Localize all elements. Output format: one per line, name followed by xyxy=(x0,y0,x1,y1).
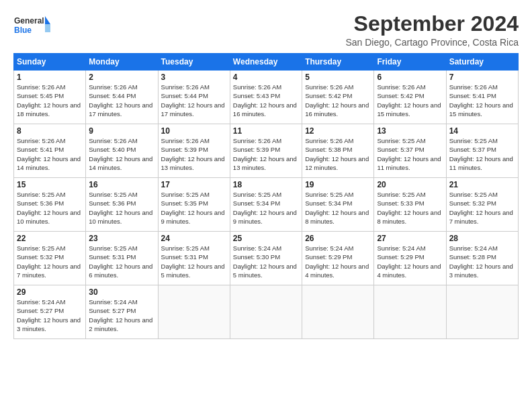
sunrise-label: Sunrise: 5:25 AM xyxy=(17,244,65,252)
calendar-cell: 29 Sunrise: 5:24 AM Sunset: 5:27 PM Dayl… xyxy=(14,285,86,339)
title-block: September 2024 San Diego, Cartago Provin… xyxy=(345,12,519,48)
day-info: Sunrise: 5:25 AM Sunset: 5:35 PM Dayligh… xyxy=(161,190,227,226)
header-thursday: Thursday xyxy=(302,54,374,71)
day-info: Sunrise: 5:25 AM Sunset: 5:33 PM Dayligh… xyxy=(377,190,443,226)
calendar-cell: 1 Sunrise: 5:26 AM Sunset: 5:45 PM Dayli… xyxy=(14,71,86,124)
logo: General Blue xyxy=(13,12,50,39)
calendar-cell: 14 Sunrise: 5:25 AM Sunset: 5:37 PM Dayl… xyxy=(446,124,518,178)
sunset-label: Sunset: 5:42 PM xyxy=(305,92,352,99)
calendar-cell xyxy=(446,285,518,339)
calendar-cell: 4 Sunrise: 5:26 AM Sunset: 5:43 PM Dayli… xyxy=(230,71,302,124)
calendar-header-row: Sunday Monday Tuesday Wednesday Thursday… xyxy=(14,54,519,71)
sunset-label: Sunset: 5:38 PM xyxy=(305,146,352,153)
calendar-cell: 3 Sunrise: 5:26 AM Sunset: 5:44 PM Dayli… xyxy=(158,71,230,124)
sunrise-label: Sunrise: 5:26 AM xyxy=(449,83,498,91)
calendar-cell xyxy=(302,285,374,339)
calendar-cell: 17 Sunrise: 5:25 AM Sunset: 5:35 PM Dayl… xyxy=(158,178,230,232)
daylight-label: Daylight: 12 hours and 15 minutes. xyxy=(377,101,441,118)
calendar-cell: 2 Sunrise: 5:26 AM Sunset: 5:44 PM Dayli… xyxy=(86,71,158,124)
day-info: Sunrise: 5:25 AM Sunset: 5:32 PM Dayligh… xyxy=(17,244,83,279)
calendar-cell: 15 Sunrise: 5:25 AM Sunset: 5:36 PM Dayl… xyxy=(14,178,86,232)
day-number: 13 xyxy=(377,126,443,136)
day-info: Sunrise: 5:24 AM Sunset: 5:27 PM Dayligh… xyxy=(17,298,83,333)
day-info: Sunrise: 5:25 AM Sunset: 5:31 PM Dayligh… xyxy=(89,244,154,279)
calendar-cell: 30 Sunrise: 5:24 AM Sunset: 5:27 PM Dayl… xyxy=(86,285,158,339)
sunrise-label: Sunrise: 5:26 AM xyxy=(89,83,137,91)
day-number: 14 xyxy=(449,126,515,136)
calendar-cell: 7 Sunrise: 5:26 AM Sunset: 5:41 PM Dayli… xyxy=(446,71,518,124)
sunset-label: Sunset: 5:44 PM xyxy=(161,92,208,99)
daylight-label: Daylight: 12 hours and 15 minutes. xyxy=(449,101,513,118)
calendar-cell xyxy=(230,285,302,339)
week-row-2: 8 Sunrise: 5:26 AM Sunset: 5:41 PM Dayli… xyxy=(14,124,519,178)
header-saturday: Saturday xyxy=(446,54,518,71)
sunrise-label: Sunrise: 5:26 AM xyxy=(305,83,353,91)
calendar-table: Sunday Monday Tuesday Wednesday Thursday… xyxy=(13,53,519,339)
day-number: 21 xyxy=(449,180,515,189)
sunrise-label: Sunrise: 5:25 AM xyxy=(161,244,210,252)
calendar-cell: 12 Sunrise: 5:26 AM Sunset: 5:38 PM Dayl… xyxy=(302,124,374,178)
day-info: Sunrise: 5:26 AM Sunset: 5:39 PM Dayligh… xyxy=(161,136,227,172)
day-info: Sunrise: 5:25 AM Sunset: 5:32 PM Dayligh… xyxy=(449,190,515,226)
sunset-label: Sunset: 5:33 PM xyxy=(377,199,424,207)
header-friday: Friday xyxy=(374,54,446,71)
sunrise-label: Sunrise: 5:26 AM xyxy=(233,137,281,144)
sunset-label: Sunset: 5:36 PM xyxy=(17,199,64,207)
daylight-label: Daylight: 12 hours and 9 minutes. xyxy=(161,209,225,225)
calendar-cell: 22 Sunrise: 5:25 AM Sunset: 5:32 PM Dayl… xyxy=(14,232,86,285)
svg-marker-2 xyxy=(45,16,50,24)
day-number: 23 xyxy=(89,234,154,243)
sunrise-label: Sunrise: 5:24 AM xyxy=(449,244,498,252)
day-info: Sunrise: 5:24 AM Sunset: 5:30 PM Dayligh… xyxy=(233,244,299,279)
daylight-label: Daylight: 12 hours and 18 minutes. xyxy=(17,101,81,118)
daylight-label: Daylight: 12 hours and 6 minutes. xyxy=(89,263,152,279)
calendar-cell: 25 Sunrise: 5:24 AM Sunset: 5:30 PM Dayl… xyxy=(230,232,302,285)
sunset-label: Sunset: 5:34 PM xyxy=(305,199,352,207)
daylight-label: Daylight: 12 hours and 4 minutes. xyxy=(377,263,441,279)
sunrise-label: Sunrise: 5:25 AM xyxy=(161,191,210,198)
day-number: 19 xyxy=(305,180,371,189)
day-number: 11 xyxy=(233,126,299,136)
calendar-cell: 19 Sunrise: 5:25 AM Sunset: 5:34 PM Dayl… xyxy=(302,178,374,232)
day-number: 1 xyxy=(17,73,83,82)
day-info: Sunrise: 5:26 AM Sunset: 5:40 PM Dayligh… xyxy=(89,136,154,172)
daylight-label: Daylight: 12 hours and 10 minutes. xyxy=(17,209,81,225)
day-number: 6 xyxy=(377,73,443,82)
daylight-label: Daylight: 12 hours and 14 minutes. xyxy=(89,155,152,171)
sunrise-label: Sunrise: 5:26 AM xyxy=(161,83,210,91)
day-number: 26 xyxy=(305,234,371,243)
page: General Blue September 2024 San Diego, C… xyxy=(0,0,532,411)
calendar-cell: 6 Sunrise: 5:26 AM Sunset: 5:42 PM Dayli… xyxy=(374,71,446,124)
day-number: 2 xyxy=(89,73,154,82)
week-row-1: 1 Sunrise: 5:26 AM Sunset: 5:45 PM Dayli… xyxy=(14,71,519,124)
daylight-label: Daylight: 12 hours and 8 minutes. xyxy=(305,209,369,225)
day-info: Sunrise: 5:26 AM Sunset: 5:44 PM Dayligh… xyxy=(89,83,154,118)
sunrise-label: Sunrise: 5:26 AM xyxy=(17,83,65,91)
day-number: 9 xyxy=(89,126,154,136)
calendar-cell: 21 Sunrise: 5:25 AM Sunset: 5:32 PM Dayl… xyxy=(446,178,518,232)
calendar-cell: 11 Sunrise: 5:26 AM Sunset: 5:39 PM Dayl… xyxy=(230,124,302,178)
day-info: Sunrise: 5:26 AM Sunset: 5:42 PM Dayligh… xyxy=(305,83,371,118)
daylight-label: Daylight: 12 hours and 11 minutes. xyxy=(377,155,441,171)
sunset-label: Sunset: 5:40 PM xyxy=(89,146,136,153)
sunrise-label: Sunrise: 5:25 AM xyxy=(305,191,353,198)
calendar-cell: 16 Sunrise: 5:25 AM Sunset: 5:36 PM Dayl… xyxy=(86,178,158,232)
sunset-label: Sunset: 5:39 PM xyxy=(233,146,280,153)
calendar-cell: 8 Sunrise: 5:26 AM Sunset: 5:41 PM Dayli… xyxy=(14,124,86,178)
day-info: Sunrise: 5:25 AM Sunset: 5:36 PM Dayligh… xyxy=(17,190,83,226)
day-info: Sunrise: 5:26 AM Sunset: 5:41 PM Dayligh… xyxy=(17,136,83,172)
day-number: 24 xyxy=(161,234,227,243)
daylight-label: Daylight: 12 hours and 16 minutes. xyxy=(233,101,297,118)
day-info: Sunrise: 5:25 AM Sunset: 5:34 PM Dayligh… xyxy=(233,190,299,226)
header-wednesday: Wednesday xyxy=(230,54,302,71)
calendar-cell: 10 Sunrise: 5:26 AM Sunset: 5:39 PM Dayl… xyxy=(158,124,230,178)
daylight-label: Daylight: 12 hours and 5 minutes. xyxy=(161,263,225,279)
calendar-cell: 28 Sunrise: 5:24 AM Sunset: 5:28 PM Dayl… xyxy=(446,232,518,285)
daylight-label: Daylight: 12 hours and 5 minutes. xyxy=(233,263,297,279)
daylight-label: Daylight: 12 hours and 8 minutes. xyxy=(377,209,441,225)
calendar-cell: 13 Sunrise: 5:25 AM Sunset: 5:37 PM Dayl… xyxy=(374,124,446,178)
day-info: Sunrise: 5:24 AM Sunset: 5:29 PM Dayligh… xyxy=(377,244,443,279)
sunset-label: Sunset: 5:37 PM xyxy=(377,146,424,153)
day-info: Sunrise: 5:24 AM Sunset: 5:29 PM Dayligh… xyxy=(305,244,371,279)
sunset-label: Sunset: 5:34 PM xyxy=(233,199,280,207)
